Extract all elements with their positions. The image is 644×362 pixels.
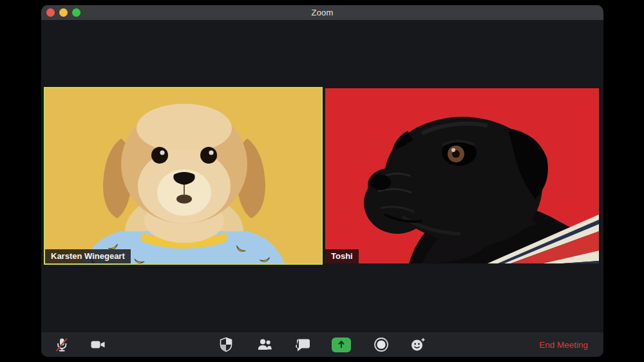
participant-name-label: Toshi (325, 249, 359, 263)
end-meeting-button[interactable]: End Meeting (535, 338, 592, 352)
toshi-pug-photo (325, 88, 599, 263)
meeting-toolbar: End Meeting (41, 332, 603, 357)
smiley-plus-icon (410, 336, 426, 353)
titlebar[interactable]: Zoom (41, 5, 603, 20)
record-button[interactable] (371, 334, 392, 355)
video-tile-karsten[interactable]: Karsten Winegeart (44, 87, 323, 265)
participants-button[interactable] (254, 334, 275, 355)
desktop: Zoom (0, 0, 644, 362)
shield-icon (218, 336, 234, 353)
maximize-button[interactable] (72, 8, 80, 17)
security-button[interactable] (216, 334, 236, 355)
minimize-button[interactable] (59, 8, 68, 17)
participant-name-label: Karsten Winegeart (45, 249, 131, 263)
close-button[interactable] (46, 8, 55, 17)
microphone-muted-icon (53, 336, 70, 353)
share-screen-up-arrow-icon (332, 338, 351, 352)
participants-icon (256, 336, 273, 353)
window-title: Zoom (311, 8, 333, 17)
karsten-dog-photo (45, 88, 321, 263)
mute-button[interactable] (52, 334, 72, 355)
chat-button[interactable] (293, 334, 314, 355)
zoom-window: Zoom (41, 5, 603, 357)
share-screen-button[interactable] (331, 334, 352, 355)
reactions-button[interactable] (408, 334, 428, 355)
video-camera-icon (90, 336, 106, 353)
chat-bubble-icon (295, 336, 312, 353)
video-tile-toshi[interactable]: Toshi (325, 88, 599, 263)
record-circle-icon (373, 336, 390, 353)
start-video-button[interactable] (88, 334, 108, 355)
traffic-lights (46, 5, 80, 20)
